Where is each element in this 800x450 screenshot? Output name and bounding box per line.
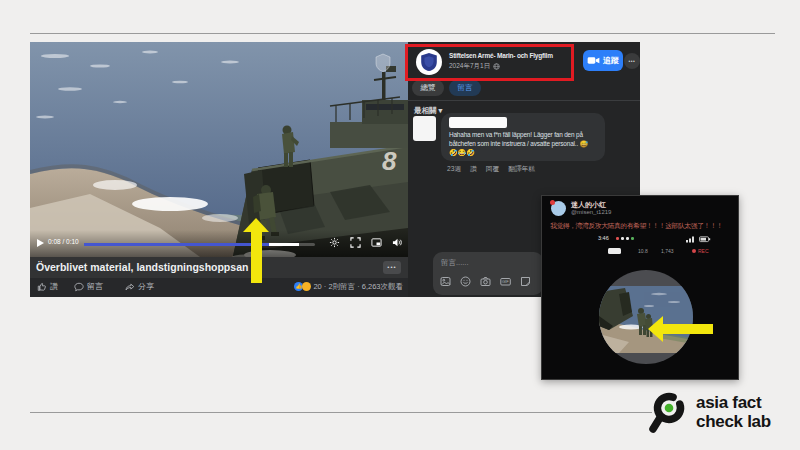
share-label: 分享	[138, 281, 154, 292]
military-emblem-watermark	[376, 54, 390, 72]
arrow-tail	[251, 231, 262, 283]
tab-overview[interactable]: 總覽	[412, 80, 444, 96]
video-title-bar: Överblivet material, landstigningshoppsa…	[30, 257, 408, 278]
comment-translate-link[interactable]: 翻譯年糕	[508, 165, 535, 174]
gif-icon[interactable]: GIF	[500, 276, 511, 287]
follow-button[interactable]: 追蹤	[583, 50, 623, 71]
repost-caption: 我觉得，湾湾反攻大陆真的有希望！！！这部队太强了！！！	[550, 221, 723, 231]
emoji-icon[interactable]	[460, 276, 471, 287]
follow-label: 追蹤	[603, 55, 619, 66]
red-highlight-box	[405, 44, 574, 81]
afcl-logo: asia fact check lab	[648, 388, 798, 444]
arrow-tail	[663, 324, 713, 334]
comment-text-line1: Hahaha men va f*n fäll läppen! Lägger fa…	[449, 131, 583, 138]
progress-buffer	[269, 243, 299, 246]
repost-avatar	[551, 201, 566, 216]
player-controls: 0:08 / 0:10	[30, 230, 408, 257]
playback-time: 0:08 / 0:10	[48, 238, 79, 245]
comment-text-line3: 🤣😂🤣	[449, 149, 475, 157]
status-bar: 3:46	[542, 234, 738, 243]
play-icon[interactable]	[37, 239, 44, 247]
stats-text: 20 · 2則留言 · 6,263次觀看	[313, 282, 403, 292]
progress-bar[interactable]	[84, 243, 315, 246]
haha-reaction-icon	[302, 282, 311, 291]
brand-wordmark: asia fact check lab	[696, 394, 771, 431]
magnifier-icon	[648, 390, 694, 440]
fact-check-graphic: 8	[0, 0, 800, 450]
settings-gear-icon[interactable]	[329, 237, 340, 248]
volume-icon[interactable]	[392, 237, 403, 248]
like-button[interactable]: 讚	[37, 281, 58, 292]
comment-age: 23週	[447, 165, 461, 174]
comment-bubble-icon	[74, 282, 84, 292]
photo-icon[interactable]	[440, 276, 451, 287]
post-more-button[interactable]: •••	[624, 53, 640, 69]
tabs-divider	[408, 100, 640, 101]
picture-in-picture-icon[interactable]	[371, 237, 382, 248]
camera-icon[interactable]	[480, 276, 491, 287]
highlight-arrow-left	[648, 316, 714, 342]
commenter-name-blurred	[449, 117, 507, 128]
engagement-stats: 👍 20 · 2則留言 · 6,263次觀看	[294, 282, 403, 292]
video-title: Överblivet material, landstigningshoppsa…	[36, 261, 248, 273]
video-frame-landing-scene: 8	[30, 42, 408, 257]
comment-label: 留言	[87, 281, 103, 292]
comment-bubble: Hahaha men va f*n fäll läppen! Lägger fa…	[441, 113, 605, 161]
post-action-bar: 讚 留言 分享 👍 20 · 2則留言 · 6,	[30, 278, 408, 297]
comment-reply-link[interactable]: 回覆	[486, 165, 499, 174]
video-more-button[interactable]: •••	[383, 261, 401, 274]
highlight-arrow-up	[243, 218, 269, 284]
video-player[interactable]: 8	[30, 42, 408, 297]
status-dots	[616, 237, 634, 240]
brand-line1: asia fact	[696, 394, 771, 413]
comment-text-line2: båtchefen som inte instruera / avsatte p…	[449, 140, 588, 148]
thumbs-up-icon	[37, 282, 47, 292]
record-badge: REC	[692, 248, 709, 254]
fullscreen-icon[interactable]	[350, 237, 361, 248]
share-button[interactable]: 分享	[125, 281, 154, 292]
video-camera-icon	[587, 56, 600, 65]
like-label: 讚	[50, 281, 58, 292]
camera-pill-icon	[608, 248, 621, 254]
comment-sort-dropdown[interactable]: 最相關 ▾	[414, 106, 442, 116]
progress-fill	[84, 243, 269, 246]
comment-composer[interactable]: 留言...... GIF	[433, 252, 543, 295]
repost-screenshot-panel: 迷人的小红 @misen_t1219 我觉得，湾湾反攻大陆真的有希望！！！这部队…	[541, 195, 739, 380]
sticker-icon[interactable]	[520, 276, 531, 287]
composer-placeholder: 留言......	[441, 258, 469, 268]
status-time: 3:46	[598, 235, 609, 241]
repost-stat-1: 10.8	[638, 248, 648, 254]
repost-handle: @misen_t1219	[571, 209, 611, 215]
bottom-divider	[30, 412, 652, 413]
brand-line2: check lab	[696, 413, 771, 432]
comment-button[interactable]: 留言	[74, 281, 103, 292]
arrow-head	[243, 218, 269, 232]
commenter-avatar-blurred	[413, 116, 436, 141]
video-stats-row: 10.8 1,743 REC	[542, 247, 738, 255]
svg-text:GIF: GIF	[502, 279, 509, 284]
share-arrow-icon	[125, 282, 135, 292]
tab-comments[interactable]: 留言	[449, 80, 481, 96]
signal-icon	[686, 235, 696, 243]
top-divider	[30, 33, 775, 34]
repost-stat-2: 1,743	[661, 248, 674, 254]
arrow-head	[648, 316, 663, 342]
comment-like-link[interactable]: 讚	[470, 165, 477, 174]
battery-icon	[699, 236, 711, 243]
comment-meta-row: 23週 讚 回覆 翻譯年糕	[447, 165, 535, 174]
boat-number: 8	[382, 146, 397, 176]
